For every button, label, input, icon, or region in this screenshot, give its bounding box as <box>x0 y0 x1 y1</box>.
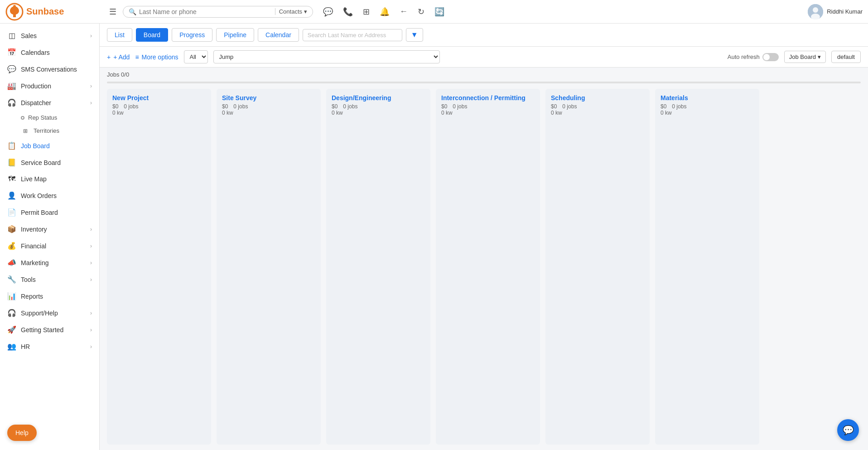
column-body <box>107 120 211 445</box>
territories-icon: ⊞ <box>21 128 30 134</box>
column-amount: $0 <box>222 103 228 110</box>
sidebar-item-calendars[interactable]: 📅 Calendars <box>0 44 99 61</box>
main-search-input[interactable] <box>139 8 272 15</box>
support-icon: 🎧 <box>7 309 16 317</box>
live-map-icon: 🗺 <box>7 175 16 183</box>
column-kw: 0 kw <box>222 110 315 116</box>
sidebar-item-support[interactable]: 🎧 Support/Help › <box>0 305 99 321</box>
sidebar-item-service-board[interactable]: 📒 Service Board <box>0 154 99 171</box>
filter-icon: ▼ <box>411 31 418 39</box>
sidebar-item-inventory[interactable]: 📦 Inventory › <box>0 221 99 237</box>
tools-icon: 🔧 <box>7 275 16 284</box>
column-kw-value: 0 kw <box>661 110 672 116</box>
user-area[interactable]: Riddhi Kumar <box>808 4 863 19</box>
tab-pipeline[interactable]: Pipeline <box>216 28 254 42</box>
jump-select[interactable]: Jump <box>213 50 440 63</box>
chat-fab-icon: 💬 <box>843 425 854 435</box>
sidebar-item-hr[interactable]: 👥 HR › <box>0 338 99 355</box>
column-kw: 0 kw <box>661 110 754 116</box>
reports-icon: 📊 <box>7 292 16 300</box>
chevron-right-icon: › <box>90 243 92 249</box>
filter-icon-button[interactable]: ▼ <box>406 28 423 42</box>
column-jobs: 0 jobs <box>233 103 248 110</box>
columns-container: New Project $0 0 jobs 0 kw Site Survey $… <box>100 83 868 450</box>
chat-icon-button[interactable]: 💬 <box>321 5 335 19</box>
header-icons: 💬 📞 ⊞ 🔔 ← ↻ 🔄 <box>321 5 446 19</box>
sidebar-item-tools[interactable]: 🔧 Tools › <box>0 271 99 288</box>
top-header: Sunbase ☰ 🔍 Contacts ▾ 💬 📞 ⊞ 🔔 ← ↻ 🔄 Rid… <box>0 0 868 24</box>
tab-calendar[interactable]: Calendar <box>258 28 299 42</box>
tab-progress[interactable]: Progress <box>172 28 212 42</box>
column-kw-value: 0 kw <box>222 110 233 116</box>
sidebar-item-sms[interactable]: 💬 SMS Conversations <box>0 61 99 77</box>
sidebar-item-financial[interactable]: 💰 Financial › <box>0 237 99 254</box>
column-title: Scheduling <box>551 94 644 102</box>
column-amount: $0 <box>551 103 557 110</box>
column-kw: 0 kw <box>112 110 206 116</box>
column-kw: 0 kw <box>332 110 425 116</box>
refresh-alt-icon-button[interactable]: ↻ <box>416 5 426 19</box>
user-name: Riddhi Kumar <box>827 8 863 15</box>
all-filter-select[interactable]: All <box>184 50 208 63</box>
sidebar-item-reports[interactable]: 📊 Reports <box>0 288 99 305</box>
sidebar-item-job-board[interactable]: 📋 Job Board <box>0 137 99 154</box>
dispatcher-icon: 🎧 <box>7 98 16 107</box>
hamburger-button[interactable]: ☰ <box>107 5 118 19</box>
more-options-button[interactable]: ≡ More options <box>135 53 178 61</box>
sync-icon-button[interactable]: 🔄 <box>433 5 446 19</box>
sales-icon: ◫ <box>7 31 16 40</box>
board-search-field[interactable]: Search Last Name or Address <box>303 29 402 41</box>
view-tab-bar: List Board Progress Pipeline Calendar Se… <box>100 24 868 47</box>
phone-icon-button[interactable]: 📞 <box>341 5 355 19</box>
chevron-right-icon: › <box>90 100 92 106</box>
filter-bar: + + Add ≡ More options All Jump Auto ref… <box>100 47 868 68</box>
sidebar-item-permit-board[interactable]: 📄 Permit Board <box>0 204 99 221</box>
toggle-knob <box>763 54 770 60</box>
grid-icon-button[interactable]: ⊞ <box>361 5 371 19</box>
column-jobs: 0 jobs <box>672 103 686 110</box>
column-stats: $0 0 jobs <box>332 103 425 110</box>
sidebar-item-sales[interactable]: ◫ Sales › <box>0 27 99 44</box>
notification-icon-button[interactable]: 🔔 <box>378 5 391 19</box>
back-icon-button[interactable]: ← <box>398 5 410 18</box>
column-stats: $0 0 jobs <box>112 103 206 110</box>
search-type-dropdown[interactable]: Contacts ▾ <box>275 8 307 15</box>
hr-icon: 👥 <box>7 342 16 351</box>
service-board-icon: 📒 <box>7 158 16 167</box>
sidebar-item-marketing[interactable]: 📣 Marketing › <box>0 254 99 271</box>
avatar <box>808 4 823 19</box>
logo-area: Sunbase <box>5 3 103 21</box>
work-orders-icon: 👤 <box>7 191 16 200</box>
column-jobs: 0 jobs <box>453 103 467 110</box>
chat-fab-button[interactable]: 💬 <box>837 419 859 441</box>
sidebar-item-work-orders[interactable]: 👤 Work Orders <box>0 187 99 204</box>
board-type-dropdown[interactable]: Job Board ▾ <box>784 51 826 63</box>
column-amount: $0 <box>441 103 447 110</box>
column-jobs: 0 jobs <box>343 103 357 110</box>
column-amount: $0 <box>661 103 666 110</box>
svg-point-1 <box>13 5 16 8</box>
sidebar-item-getting-started[interactable]: 🚀 Getting Started › <box>0 321 99 338</box>
sidebar-item-live-map[interactable]: 🗺 Live Map <box>0 171 99 187</box>
column-body <box>326 120 430 445</box>
sidebar-item-territories[interactable]: ⊞ Territories <box>21 124 99 137</box>
tab-board[interactable]: Board <box>136 28 168 42</box>
auto-refresh-toggle[interactable] <box>762 53 779 61</box>
column-stats: $0 0 jobs <box>222 103 315 110</box>
column-jobs: 0 jobs <box>124 103 138 110</box>
column-amount: $0 <box>112 103 118 110</box>
help-button[interactable]: Help <box>7 425 37 441</box>
add-button[interactable]: + + Add <box>107 53 130 61</box>
column-header: Interconnection / Permitting $0 0 jobs 0… <box>436 89 540 120</box>
column-body <box>545 120 650 445</box>
search-icon: 🔍 <box>129 8 136 15</box>
jobs-count: Jobs 0/0 <box>100 68 868 82</box>
tab-list[interactable]: List <box>107 28 132 42</box>
sidebar-item-rep-status[interactable]: Rep Status <box>21 111 99 124</box>
sidebar-item-dispatcher[interactable]: 🎧 Dispatcher › <box>0 94 99 111</box>
dropdown-chevron-icon: ▾ <box>304 8 307 15</box>
sidebar-item-production[interactable]: 🏭 Production › <box>0 77 99 94</box>
default-label: default <box>831 51 861 63</box>
main-layout: ◫ Sales › 📅 Calendars 💬 SMS Conversation… <box>0 24 868 450</box>
getting-started-icon: 🚀 <box>7 325 16 334</box>
